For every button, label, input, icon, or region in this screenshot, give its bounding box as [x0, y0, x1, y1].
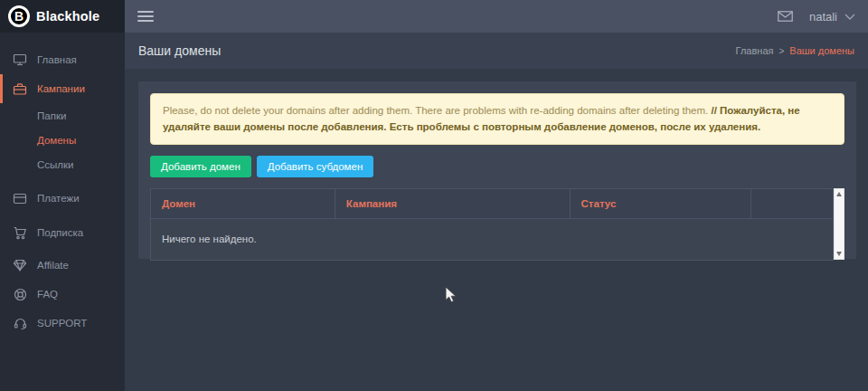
sidebar-subitem-label: Домены: [37, 135, 76, 146]
domains-table-wrap: Домен Кампания Статус Ничего не найдено.: [150, 188, 844, 261]
sidebar-subitem-domains[interactable]: Домены: [0, 128, 125, 152]
actions-row: Добавить домен Добавить субдомен: [150, 156, 844, 177]
warning-alert: Please, do not delete your domains after…: [150, 93, 844, 145]
topbar: natali: [125, 0, 868, 33]
sidebar-item-payments[interactable]: Платежи: [0, 184, 125, 213]
domains-panel: Please, do not delete your domains after…: [138, 81, 856, 259]
sidebar-item-label: Кампании: [37, 83, 85, 94]
scroll-down-icon[interactable]: [836, 252, 842, 256]
brand-name: Blackhole: [36, 9, 99, 24]
envelope-icon[interactable]: [778, 11, 793, 22]
sidebar-item-label: Подписка: [37, 227, 83, 238]
breadcrumb-separator: >: [778, 46, 784, 56]
hamburger-icon[interactable]: [137, 8, 154, 24]
sidebar-subitem-links[interactable]: Ссылки: [0, 152, 125, 176]
sidebar-item-home[interactable]: Главная: [0, 45, 125, 74]
brand-logo-icon: B: [8, 5, 30, 27]
sidebar-item-affiliate[interactable]: Affilate: [0, 251, 125, 280]
sidebar-item-faq[interactable]: FAQ: [0, 280, 125, 309]
scroll-up-icon[interactable]: [836, 192, 842, 196]
headset-icon: [13, 316, 27, 330]
sidebar-item-support[interactable]: SUPPORT: [0, 309, 125, 338]
breadcrumb-current[interactable]: Ваши домены: [789, 45, 854, 56]
breadcrumb-home-link[interactable]: Главная: [736, 45, 774, 56]
sidebar-nav: Главная Кампании Папки Домены Ссылки Пла…: [0, 33, 125, 338]
briefcase-icon: [13, 81, 27, 96]
header-status[interactable]: Статус: [570, 188, 751, 218]
monitor-icon: [13, 52, 27, 67]
sidebar-item-label: FAQ: [37, 289, 58, 300]
user-menu[interactable]: natali: [809, 10, 855, 24]
page-title: Ваши домены: [138, 43, 221, 58]
gem-icon: [13, 258, 27, 272]
alert-text-en: Please, do not delete your domains after…: [163, 105, 711, 116]
sidebar-subitem-label: Папки: [37, 110, 66, 121]
sidebar-item-label: Платежи: [37, 193, 80, 204]
sidebar-item-label: SUPPORT: [37, 318, 87, 329]
main-area: natali Ваши домены Главная > Ваши домены…: [125, 0, 868, 391]
header-campaign[interactable]: Кампания: [335, 188, 570, 218]
table-row: Ничего не найдено.: [151, 218, 834, 260]
sidebar-subitem-label: Ссылки: [37, 159, 74, 170]
credit-card-icon: [13, 191, 27, 205]
breadcrumb: Главная > Ваши домены: [736, 45, 854, 56]
user-name: natali: [809, 10, 837, 24]
empty-state-text: Ничего не найдено.: [151, 218, 834, 260]
sidebar: B Blackhole Главная Кампании Папки Домен…: [0, 0, 125, 391]
brand-logo-letter: B: [14, 10, 24, 23]
sidebar-item-subscription[interactable]: Подписка: [0, 218, 125, 247]
add-domain-button[interactable]: Добавить домен: [150, 156, 251, 177]
domains-table: Домен Кампания Статус Ничего не найдено.: [150, 188, 834, 261]
content-area: Please, do not delete your domains after…: [125, 69, 868, 391]
header-actions: [751, 188, 834, 218]
table-header-row: Домен Кампания Статус: [151, 188, 834, 218]
help-ring-icon: [13, 287, 27, 301]
cart-icon: [13, 225, 27, 240]
sidebar-subitem-folders[interactable]: Папки: [0, 103, 125, 128]
header-domain[interactable]: Домен: [151, 188, 335, 218]
chevron-down-icon: [844, 14, 855, 20]
table-scrollbar[interactable]: [834, 188, 844, 260]
brand-logo[interactable]: B Blackhole: [0, 0, 125, 33]
page-header: Ваши домены Главная > Ваши домены: [125, 33, 868, 69]
sidebar-item-label: Affilate: [37, 260, 69, 271]
sidebar-item-label: Главная: [37, 54, 77, 65]
sidebar-item-campaigns[interactable]: Кампании: [0, 74, 125, 103]
add-subdomain-button[interactable]: Добавить субдомен: [257, 156, 373, 177]
